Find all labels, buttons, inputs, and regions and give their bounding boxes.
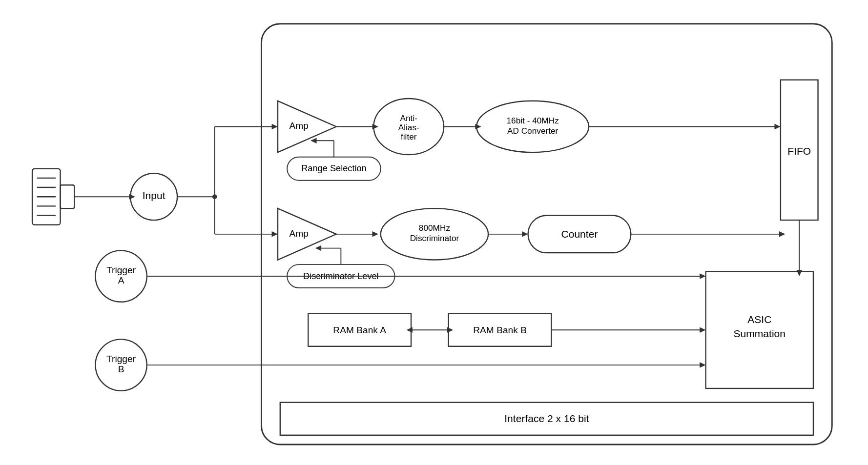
svg-rect-7 (61, 185, 75, 208)
interface-label: Interface 2 x 16 bit (504, 413, 589, 424)
fifo-label: FIFO (787, 145, 811, 157)
range-selection-label: Range Selection (301, 163, 366, 173)
diagram-container: Input Amp Amp Range Selection (10, 10, 858, 455)
ramBankA-label: RAM Bank A (333, 325, 386, 335)
svg-marker-17 (272, 231, 278, 237)
antialias-label1: Anti- (400, 113, 417, 123)
triggerB-label1: Trigger (106, 354, 136, 364)
discriminator-label2: Discriminator (410, 233, 459, 243)
triggerA-label1: Trigger (106, 265, 136, 275)
svg-point-62 (212, 194, 217, 199)
asic-label2: Summation (734, 328, 786, 339)
svg-marker-55 (406, 327, 412, 333)
svg-marker-43 (522, 231, 528, 237)
discriminator-label1: 800MHz (419, 223, 450, 233)
triggerA-label2: A (118, 275, 124, 285)
antialias-label2: Alias- (398, 122, 419, 132)
svg-marker-31 (774, 124, 780, 129)
svg-marker-23 (310, 138, 316, 143)
adconverter-label1: 16bit - 40MHz (507, 116, 559, 125)
ramBankB-label: RAM Bank B (473, 325, 527, 335)
triggerB-label2: B (118, 364, 124, 374)
counter-label: Counter (561, 228, 598, 240)
adconverter-label2: AD Converter (507, 126, 558, 136)
svg-marker-40 (372, 231, 378, 237)
amp2-label: Amp (289, 228, 308, 239)
svg-marker-14 (272, 124, 278, 129)
svg-marker-49 (700, 273, 705, 279)
svg-marker-38 (315, 245, 321, 251)
svg-marker-46 (779, 231, 785, 237)
amp1-label: Amp (289, 121, 308, 131)
antialias-label3: filter (401, 132, 417, 142)
svg-marker-59 (700, 327, 705, 333)
input-label: Input (143, 190, 165, 201)
asic-label1: ASIC (747, 314, 771, 325)
svg-marker-52 (700, 362, 705, 367)
